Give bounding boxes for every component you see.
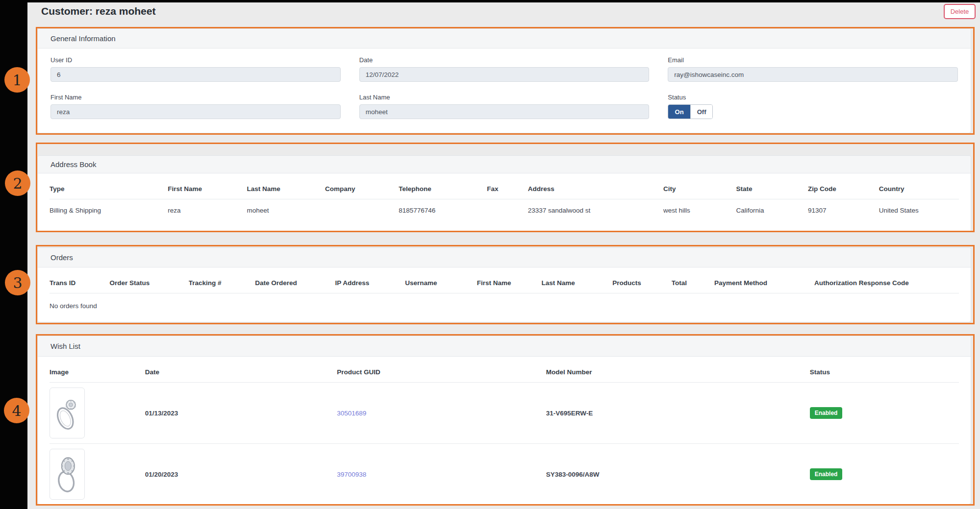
product-thumbnail[interactable] [50, 388, 85, 438]
wish-list-header-row: Image Date Product GUID Model Number Sta… [50, 363, 959, 383]
status-toggle-off[interactable]: Off [690, 105, 713, 119]
address-book-table: Type First Name Last Name Company Teleph… [50, 179, 959, 221]
status-badge: Enabled [810, 407, 843, 419]
left-black-strip [0, 0, 27, 509]
col-date-ordered: Date Ordered [255, 273, 335, 293]
wish-list-row: 01/20/2023 39700938 SY383-0096/A8W Enabl… [50, 444, 959, 505]
general-information-header: General Information [38, 29, 971, 48]
diamond-ring-image [53, 391, 81, 435]
col-payment-method: Payment Method [714, 273, 814, 293]
page-title: Customer: reza moheet [41, 5, 155, 17]
col-first-name: First Name [168, 179, 247, 199]
col-country: Country [879, 179, 959, 199]
address-company [325, 199, 399, 222]
email-field[interactable] [668, 67, 958, 82]
status-toggle: On Off [668, 104, 713, 119]
col-order-first-name: First Name [477, 273, 542, 293]
col-zip-code: Zip Code [808, 179, 879, 199]
address-city: west hills [663, 199, 736, 222]
col-order-status: Order Status [109, 273, 188, 293]
col-image: Image [50, 363, 145, 383]
col-tracking: Tracking # [189, 273, 255, 293]
wish-list-header: Wish List [38, 336, 971, 357]
address-row: Billing & Shipping reza moheet 818577674… [50, 199, 959, 222]
col-username: Username [405, 273, 477, 293]
orders-header: Orders [38, 248, 971, 267]
address-street: 23337 sandalwood st [528, 199, 663, 222]
address-country: United States [879, 199, 959, 222]
col-type: Type [50, 179, 168, 199]
address-first-name: reza [168, 199, 247, 222]
col-company: Company [325, 179, 399, 199]
diamond-ring-image [53, 452, 81, 496]
no-orders-message: No orders found [50, 293, 959, 317]
wish-date: 01/13/2023 [145, 383, 337, 444]
address-last-name: moheet [247, 199, 326, 222]
user-id-label: User ID [50, 56, 341, 64]
col-auth-response-code: Authorization Response Code [814, 273, 959, 293]
product-guid-link[interactable]: 30501689 [337, 410, 366, 417]
col-state: State [736, 179, 808, 199]
status-label: Status [668, 94, 958, 101]
address-book-header: Address Book [38, 156, 971, 173]
wish-date: 01/20/2023 [145, 444, 337, 505]
last-name-label: Last Name [359, 94, 650, 101]
date-field[interactable] [359, 67, 650, 82]
col-product-guid: Product GUID [337, 363, 546, 383]
address-telephone: 8185776746 [399, 199, 487, 222]
col-products: Products [612, 273, 672, 293]
orders-table: Trans ID Order Status Tracking # Date Or… [50, 273, 959, 293]
wish-list-table: Image Date Product GUID Model Number Sta… [50, 363, 959, 505]
col-status: Status [810, 363, 959, 383]
wish-model-number: SY383-0096/A8W [546, 444, 810, 505]
col-trans-id: Trans ID [50, 273, 109, 293]
first-name-field[interactable] [50, 104, 341, 119]
col-address: Address [528, 179, 663, 199]
col-telephone: Telephone [399, 179, 487, 199]
address-type: Billing & Shipping [50, 199, 168, 222]
status-badge: Enabled [810, 468, 843, 480]
wish-model-number: 31-V695ERW-E [546, 383, 810, 444]
status-toggle-on[interactable]: On [668, 105, 690, 119]
orders-panel: Orders Trans ID Order Status Tracking # … [37, 247, 971, 322]
general-information-panel: General Information User ID Date Email F… [37, 28, 971, 133]
top-black-bar [0, 0, 980, 2]
col-total: Total [672, 273, 714, 293]
last-name-field[interactable] [359, 104, 650, 119]
col-fax: Fax [487, 179, 528, 199]
col-ip-address: IP Address [335, 273, 405, 293]
wish-list-panel: Wish List Image Date Product GUID Model … [37, 336, 971, 505]
wish-list-row: 01/13/2023 30501689 31-V695ERW-E Enabled [50, 383, 959, 444]
date-label: Date [359, 56, 650, 64]
product-guid-link[interactable]: 39700938 [337, 471, 366, 478]
address-book-header-row: Type First Name Last Name Company Teleph… [50, 179, 959, 199]
address-zip-code: 91307 [808, 199, 879, 222]
address-state: California [736, 199, 808, 222]
col-city: City [663, 179, 736, 199]
first-name-label: First Name [50, 94, 341, 101]
col-last-name: Last Name [247, 179, 326, 199]
address-fax [487, 199, 528, 222]
delete-button[interactable]: Delete [944, 4, 976, 19]
address-book-panel: Address Book Type First Name Last Name C… [37, 155, 971, 232]
email-label: Email [668, 56, 958, 64]
col-order-last-name: Last Name [542, 273, 613, 293]
user-id-field[interactable] [50, 67, 341, 82]
col-model-number: Model Number [546, 363, 810, 383]
orders-header-row: Trans ID Order Status Tracking # Date Or… [50, 273, 959, 293]
product-thumbnail[interactable] [50, 449, 85, 500]
col-date: Date [145, 363, 337, 383]
